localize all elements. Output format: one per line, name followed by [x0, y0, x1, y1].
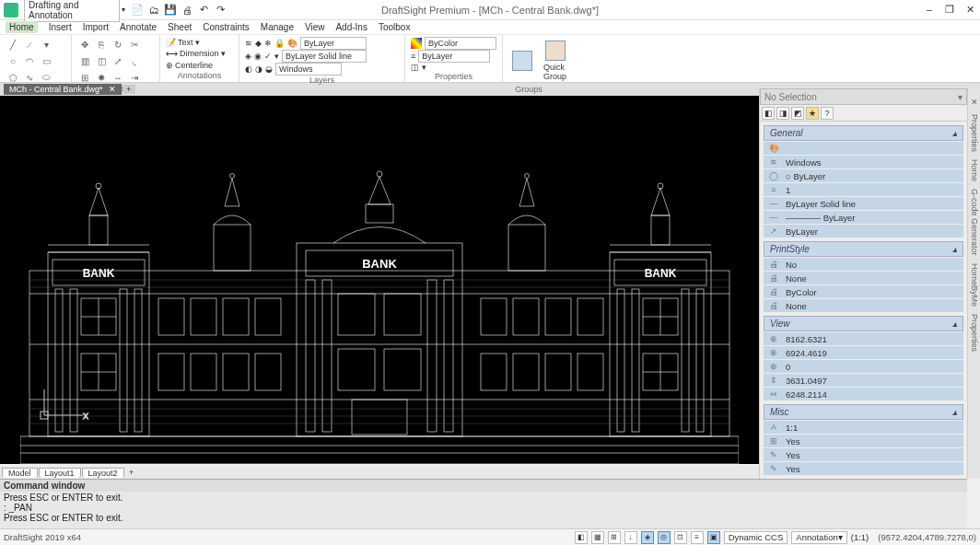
- section-printstyle-header[interactable]: PrintStyle▴: [764, 241, 963, 257]
- minimize-button[interactable]: –: [923, 4, 936, 17]
- close-tab-icon[interactable]: ✕: [109, 85, 116, 94]
- layer-color-icon[interactable]: 🎨: [287, 39, 298, 48]
- prop-row[interactable]: ————— ByLayer: [764, 211, 963, 224]
- centerline-tool-icon[interactable]: ⊕: [166, 61, 173, 70]
- drawing-canvas[interactable]: BANK: [0, 96, 759, 464]
- tab-import[interactable]: Import: [83, 22, 109, 32]
- polyline-tool-icon[interactable]: ⟋: [22, 37, 37, 52]
- collapse-icon[interactable]: ▴: [952, 319, 957, 329]
- group-button[interactable]: [508, 37, 536, 85]
- prop-row[interactable]: ◯○ ByLayer: [764, 169, 963, 182]
- prop-tool-2-icon[interactable]: ◨: [776, 107, 789, 120]
- prop-row[interactable]: ⊞Yes: [764, 435, 963, 447]
- sidetab-homebyme[interactable]: HomeByMe: [970, 263, 979, 307]
- polygon-tool-icon[interactable]: ⬠: [6, 70, 20, 85]
- lineweight-selector[interactable]: ByLayer: [418, 50, 490, 63]
- workspace-dropdown-icon[interactable]: ▾: [122, 6, 125, 14]
- explode-tool-icon[interactable]: ✸: [94, 70, 109, 85]
- linetype-selector[interactable]: ByLayer: [300, 37, 367, 50]
- command-window[interactable]: Command window Press ESC or ENTER to exi…: [0, 479, 967, 528]
- layer-vis1-icon[interactable]: ◐: [245, 64, 252, 74]
- status-toggle-grid[interactable]: ⊞: [608, 531, 621, 544]
- status-toggle-esnap[interactable]: ◎: [658, 531, 671, 544]
- prop-row[interactable]: A1:1: [764, 421, 963, 434]
- add-tab-button[interactable]: +: [122, 85, 135, 94]
- prop-row[interactable]: ⇕3631.0497: [764, 374, 963, 387]
- transparency-icon[interactable]: ◫: [411, 63, 419, 72]
- centerline-tool-label[interactable]: Centerline: [175, 61, 213, 70]
- collapse-icon[interactable]: ▴: [952, 407, 957, 417]
- move-tool-icon[interactable]: ✥: [77, 37, 92, 52]
- sidetab-gcode[interactable]: G-code Generator: [970, 189, 979, 256]
- prop-row[interactable]: ⇔6248.2114: [764, 388, 963, 400]
- prop-row[interactable]: —ByLayer Solid line: [764, 197, 963, 210]
- tab-constraints[interactable]: Constraints: [203, 22, 250, 32]
- status-toggle-1[interactable]: ◧: [575, 531, 588, 544]
- model-tab[interactable]: Model: [2, 468, 38, 478]
- mirror-tool-icon[interactable]: ▥: [77, 53, 92, 68]
- circle-tool-icon[interactable]: ○: [6, 53, 20, 68]
- layer-t3-icon[interactable]: ✓: [264, 52, 272, 61]
- spline-tool-icon[interactable]: ∿: [22, 70, 37, 85]
- trim-tool-icon[interactable]: ✂: [127, 37, 142, 52]
- layer-vis3-icon[interactable]: ◒: [265, 64, 273, 74]
- text-tool-icon[interactable]: 📝: [166, 38, 176, 47]
- more-draw-icon[interactable]: ▾: [39, 37, 53, 52]
- sidetab-home[interactable]: Home: [970, 159, 979, 181]
- tab-home[interactable]: Home: [6, 21, 38, 33]
- layer-manager-icon[interactable]: ≋: [245, 39, 252, 48]
- prop-row[interactable]: ≋Windows: [764, 156, 963, 168]
- layer-vis2-icon[interactable]: ◑: [255, 64, 262, 74]
- dynamic-ccs-button[interactable]: Dynamic CCS: [724, 531, 788, 544]
- prop-row[interactable]: ≡1: [764, 183, 963, 196]
- scale-tool-icon[interactable]: ⤢: [111, 53, 125, 68]
- layer-states-icon[interactable]: ◆: [255, 39, 262, 48]
- array-tool-icon[interactable]: ⊞: [77, 70, 92, 85]
- dimension-tool-label[interactable]: Dimension: [180, 49, 219, 58]
- section-misc-header[interactable]: Misc▴: [764, 404, 963, 420]
- layout1-tab[interactable]: Layout1: [39, 468, 81, 478]
- maximize-button[interactable]: ❐: [943, 4, 956, 17]
- stretch-tool-icon[interactable]: ↔: [111, 70, 125, 85]
- tab-manage[interactable]: Manage: [261, 22, 294, 32]
- close-button[interactable]: ✕: [963, 4, 976, 17]
- linestyle-selector[interactable]: ByLayer Solid line: [282, 50, 367, 63]
- status-toggle-qinput[interactable]: ▣: [707, 531, 720, 544]
- arc-tool-icon[interactable]: ◠: [22, 53, 37, 68]
- prop-tool-1-icon[interactable]: ◧: [762, 107, 775, 120]
- tab-view[interactable]: View: [305, 22, 325, 32]
- prop-row[interactable]: 🖨None: [764, 272, 963, 284]
- sidetab-close-icon[interactable]: ✕: [971, 98, 978, 107]
- collapse-icon[interactable]: ▴: [952, 244, 957, 254]
- layer-lock-icon[interactable]: 🔒: [274, 39, 285, 48]
- tab-insert[interactable]: Insert: [49, 22, 72, 32]
- qat-open-icon[interactable]: 🗂: [147, 4, 160, 17]
- prop-row[interactable]: ⊕6924.4619: [764, 346, 963, 359]
- section-general-header[interactable]: General▴: [764, 125, 963, 141]
- workspace-selector[interactable]: Drafting and Annotation: [24, 0, 120, 22]
- extend-tool-icon[interactable]: ⇥: [127, 70, 142, 85]
- tab-sheet[interactable]: Sheet: [168, 22, 192, 32]
- ellipse-tool-icon[interactable]: ⬭: [39, 70, 53, 85]
- qat-print-icon[interactable]: 🖨: [181, 4, 193, 17]
- layer-t2-icon[interactable]: ◉: [254, 52, 262, 61]
- qat-redo-icon[interactable]: ↷: [214, 4, 227, 17]
- color-swatch-icon[interactable]: [411, 38, 422, 49]
- prop-tool-4-icon[interactable]: ★: [806, 107, 819, 120]
- status-toggle-lwt[interactable]: ≡: [691, 531, 704, 544]
- qat-new-icon[interactable]: 📄: [131, 4, 144, 17]
- sidetab-properties[interactable]: Properties: [970, 114, 979, 152]
- prop-row[interactable]: ✎Yes: [764, 448, 963, 461]
- tab-toolbox[interactable]: Toolbox: [379, 22, 410, 32]
- copy-tool-icon[interactable]: ⎘: [94, 37, 109, 52]
- layer-t4-icon[interactable]: ▾: [274, 52, 279, 61]
- qat-undo-icon[interactable]: ↶: [197, 4, 210, 17]
- tab-addins[interactable]: Add-Ins: [335, 22, 367, 32]
- dimension-tool-icon[interactable]: ⟷: [166, 49, 178, 58]
- rect-tool-icon[interactable]: ▭: [39, 53, 53, 68]
- prop-tool-3-icon[interactable]: ◩: [791, 107, 804, 120]
- document-tab[interactable]: MCh - Central Bank.dwg* ✕: [4, 84, 122, 95]
- add-layout-button[interactable]: +: [125, 468, 138, 477]
- status-toggle-snap[interactable]: ▦: [591, 531, 604, 544]
- quick-group-button[interactable]: Quick Group: [540, 37, 570, 85]
